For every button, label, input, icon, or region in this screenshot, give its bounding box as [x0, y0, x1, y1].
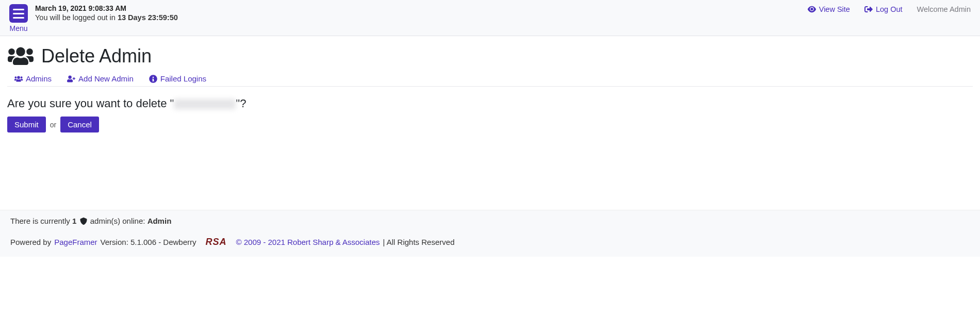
user-plus-icon [67, 75, 75, 83]
header-right: View Site Log Out Welcome Admin [808, 4, 971, 13]
confirm-text: Are you sure you want to delete ""? [7, 97, 973, 110]
menu-label: Menu [9, 24, 27, 32]
users-icon [14, 75, 23, 83]
eye-icon [808, 5, 816, 13]
header-info: March 19, 2021 9:08:33 AM You will be lo… [35, 4, 178, 22]
exclamation-circle-icon [149, 75, 157, 83]
logout-timer: You will be logged out in 13 Days 23:59:… [35, 13, 178, 22]
page-content: Delete Admin Admins Add New Admin Failed… [0, 36, 980, 132]
rsa-logo: RSA [206, 237, 227, 247]
copyright-link[interactable]: © 2009 - 2021 Robert Sharp & Associates [236, 238, 380, 246]
online-name: Admin [148, 217, 172, 225]
online-prefix: There is currently [10, 217, 72, 225]
cancel-button[interactable]: Cancel [60, 117, 99, 132]
confirm-prefix: Are you sure you want to delete " [7, 97, 174, 110]
confirm-suffix: "? [236, 97, 246, 110]
footer-credits: Powered by PageFramer Version: 5.1.006 -… [10, 237, 970, 247]
or-text: or [50, 121, 56, 129]
datetime: March 19, 2021 9:08:33 AM [35, 4, 178, 12]
sign-out-icon [864, 5, 873, 13]
logout-value: 13 Days 23:59:50 [118, 13, 178, 22]
pageframer-link[interactable]: PageFramer [54, 238, 97, 246]
hamburger-icon [9, 4, 28, 23]
redacted-name [174, 99, 236, 109]
page-title-row: Delete Admin [7, 45, 973, 67]
page-title: Delete Admin [41, 45, 152, 67]
nav-add-new-admin[interactable]: Add New Admin [67, 74, 134, 83]
nav-failed-logins-label: Failed Logins [160, 74, 206, 83]
nav-links: Admins Add New Admin Failed Logins [7, 74, 973, 87]
users-icon [7, 46, 34, 67]
log-out-link[interactable]: Log Out [864, 5, 903, 13]
nav-add-new-label: Add New Admin [78, 74, 134, 83]
log-out-label: Log Out [876, 5, 903, 13]
online-mid: admin(s) online: [90, 217, 148, 225]
submit-button[interactable]: Submit [7, 117, 46, 132]
rights-text: | All Rights Reserved [383, 238, 454, 246]
footer: There is currently 1 admin(s) online: Ad… [0, 210, 980, 257]
button-row: Submit or Cancel [7, 117, 973, 132]
nav-admins[interactable]: Admins [14, 74, 52, 83]
version-text: Version: 5.1.006 - Dewberry [101, 238, 197, 246]
logout-prefix: You will be logged out in [35, 13, 118, 22]
admins-online: There is currently 1 admin(s) online: Ad… [10, 217, 970, 225]
view-site-label: View Site [819, 5, 850, 13]
online-count: 1 [72, 217, 76, 225]
welcome-text: Welcome Admin [917, 5, 971, 13]
nav-failed-logins[interactable]: Failed Logins [149, 74, 206, 83]
view-site-link[interactable]: View Site [808, 5, 850, 13]
shield-icon [80, 218, 87, 225]
top-bar: Menu March 19, 2021 9:08:33 AM You will … [0, 0, 980, 36]
powered-by: Powered by [10, 238, 51, 246]
menu-button[interactable]: Menu [9, 4, 28, 32]
nav-admins-label: Admins [26, 74, 52, 83]
